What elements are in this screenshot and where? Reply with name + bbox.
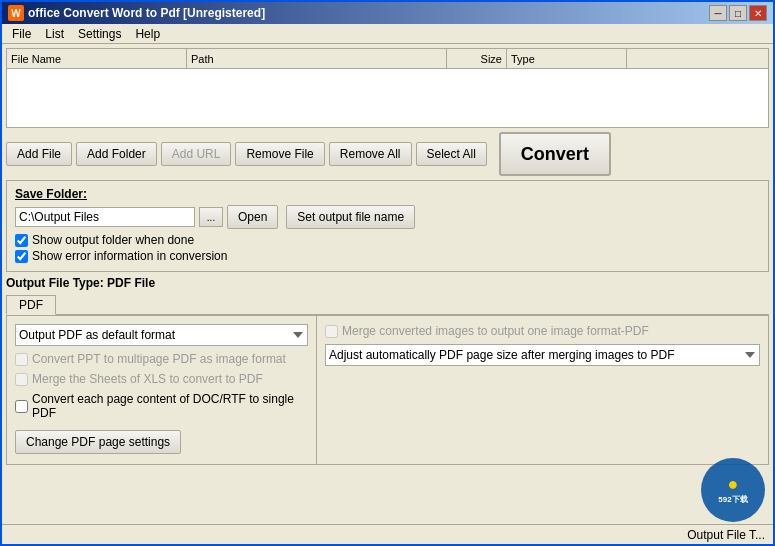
remove-file-button[interactable]: Remove File	[235, 142, 324, 166]
save-folder-row: ... Open Set output file name	[15, 205, 760, 229]
tabs-row: PDF	[6, 294, 769, 315]
file-list-header: File Name Path Size Type	[7, 49, 768, 69]
add-url-button[interactable]: Add URL	[161, 142, 232, 166]
maximize-button[interactable]: □	[729, 5, 747, 21]
file-list-body[interactable]	[7, 69, 768, 127]
menu-bar: File List Settings Help	[2, 24, 773, 44]
option-ppt-checkbox	[15, 353, 28, 366]
checkbox-show-error-row: Show error information in conversion	[15, 249, 760, 263]
watermark: ● 592下载	[701, 458, 765, 522]
col-size: Size	[447, 49, 507, 68]
option-xls-row: Merge the Sheets of XLS to convert to PD…	[15, 372, 308, 386]
set-output-button[interactable]: Set output file name	[286, 205, 415, 229]
option-doc-label: Convert each page content of DOC/RTF to …	[32, 392, 308, 420]
select-all-button[interactable]: Select All	[416, 142, 487, 166]
browse-button[interactable]: ...	[199, 207, 223, 227]
right-dropdown-row: Adjust automatically PDF page size after…	[325, 344, 760, 366]
option-merge-label: Merge converted images to output one ima…	[342, 324, 649, 338]
option-doc-row: Convert each page content of DOC/RTF to …	[15, 392, 308, 420]
title-controls: ─ □ ✕	[709, 5, 767, 21]
merge-size-dropdown[interactable]: Adjust automatically PDF page size after…	[325, 344, 760, 366]
show-output-label: Show output folder when done	[32, 233, 194, 247]
remove-all-button[interactable]: Remove All	[329, 142, 412, 166]
main-window: W office Convert Word to Pdf [Unregister…	[0, 0, 775, 546]
pdf-right-panel: Merge converted images to output one ima…	[317, 316, 768, 464]
menu-help[interactable]: Help	[129, 26, 166, 42]
app-icon: W	[8, 5, 24, 21]
pdf-left-panel: Output PDF as default format Convert PPT…	[7, 316, 317, 464]
menu-file[interactable]: File	[6, 26, 37, 42]
col-type: Type	[507, 49, 627, 68]
change-pdf-settings-button[interactable]: Change PDF page settings	[15, 430, 181, 454]
title-bar: W office Convert Word to Pdf [Unregister…	[2, 2, 773, 24]
status-bar: Output File T...	[2, 524, 773, 544]
pdf-options-area: Output PDF as default format Convert PPT…	[6, 315, 769, 465]
save-path-input[interactable]	[15, 207, 195, 227]
pdf-format-dropdown[interactable]: Output PDF as default format	[15, 324, 308, 346]
window-title: office Convert Word to Pdf [Unregistered…	[28, 6, 265, 20]
show-error-checkbox[interactable]	[15, 250, 28, 263]
checkbox-show-output-row: Show output folder when done	[15, 233, 760, 247]
menu-settings[interactable]: Settings	[72, 26, 127, 42]
file-list-area: File Name Path Size Type	[6, 48, 769, 128]
open-button[interactable]: Open	[227, 205, 278, 229]
status-text: Output File T...	[687, 528, 765, 542]
col-filename: File Name	[7, 49, 187, 68]
close-button[interactable]: ✕	[749, 5, 767, 21]
add-file-button[interactable]: Add File	[6, 142, 72, 166]
option-merge-checkbox	[325, 325, 338, 338]
save-folder-section: Save Folder: ... Open Set output file na…	[6, 180, 769, 272]
title-bar-left: W office Convert Word to Pdf [Unregister…	[8, 5, 265, 21]
show-error-label: Show error information in conversion	[32, 249, 227, 263]
option-merge-row: Merge converted images to output one ima…	[325, 324, 760, 338]
option-doc-checkbox[interactable]	[15, 400, 28, 413]
menu-list[interactable]: List	[39, 26, 70, 42]
convert-button[interactable]: Convert	[499, 132, 611, 176]
add-folder-button[interactable]: Add Folder	[76, 142, 157, 166]
tab-pdf[interactable]: PDF	[6, 295, 56, 315]
show-output-checkbox[interactable]	[15, 234, 28, 247]
col-path: Path	[187, 49, 447, 68]
option-xls-label: Merge the Sheets of XLS to convert to PD…	[32, 372, 263, 386]
minimize-button[interactable]: ─	[709, 5, 727, 21]
save-folder-title: Save Folder:	[15, 187, 760, 201]
output-type-label: Output File Type: PDF File	[6, 276, 769, 290]
output-type-section: Output File Type: PDF File PDF Output PD…	[6, 276, 769, 465]
option-ppt-label: Convert PPT to multipage PDF as image fo…	[32, 352, 286, 366]
main-content: File Name Path Size Type Add File Add Fo…	[2, 44, 773, 524]
toolbar-row: Add File Add Folder Add URL Remove File …	[6, 132, 769, 176]
option-ppt-row: Convert PPT to multipage PDF as image fo…	[15, 352, 308, 366]
option-xls-checkbox	[15, 373, 28, 386]
